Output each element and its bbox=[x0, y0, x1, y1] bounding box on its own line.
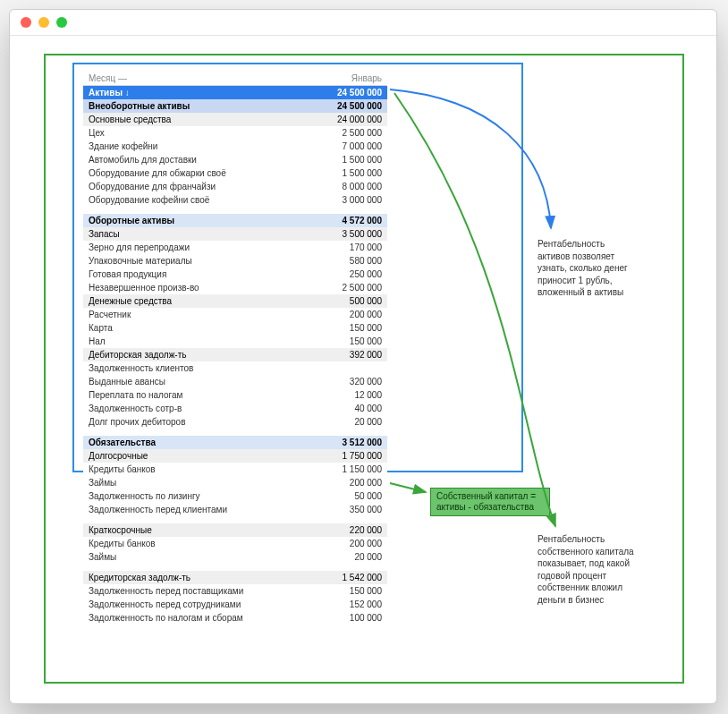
row-label: Здание кофейни bbox=[89, 141, 343, 151]
row-value: 170 000 bbox=[350, 242, 382, 252]
row-value: 1 500 000 bbox=[343, 168, 383, 178]
table-row: Кредиты банков200 000 bbox=[83, 537, 387, 550]
row-value: 152 000 bbox=[350, 599, 382, 609]
row-label: Выданные авансы bbox=[89, 377, 350, 387]
minimize-icon[interactable] bbox=[38, 17, 49, 28]
table-row: Задолженность сотр-в40 000 bbox=[83, 402, 387, 415]
table-row: Задолженность по лизингу50 000 bbox=[83, 489, 387, 503]
table-row: Зерно для перепродажи170 000 bbox=[83, 241, 387, 254]
zoom-icon[interactable] bbox=[56, 17, 67, 28]
row-label: Задолженность перед сотрудниками bbox=[89, 599, 350, 609]
row-label: Задолженность перед клиентами bbox=[89, 505, 350, 514]
row-label: Карта bbox=[89, 323, 350, 333]
table-row: Переплата по налогам12 000 bbox=[83, 388, 387, 402]
row-value: 320 000 bbox=[350, 377, 382, 387]
noncurrent-assets-row: Внеоборотные активы 24 500 000 bbox=[83, 99, 387, 113]
header-row: Месяц — Январь bbox=[83, 72, 387, 86]
table-row: Займы200 000 bbox=[83, 476, 387, 489]
long-term-row: Долгосрочные 1 750 000 bbox=[83, 449, 387, 463]
table-row: Нал150 000 bbox=[83, 335, 387, 348]
row-label: Кредиты банков bbox=[89, 539, 350, 548]
row-value: 100 000 bbox=[350, 613, 382, 623]
assets-total-row: Активы ↓ 24 500 000 bbox=[83, 86, 387, 99]
row-value: 150 000 bbox=[350, 586, 382, 596]
row-value: 12 000 bbox=[354, 390, 382, 400]
month-label: Месяц — bbox=[89, 73, 351, 83]
row-value: 580 000 bbox=[350, 256, 382, 266]
inventory-row: Запасы 3 500 000 bbox=[83, 227, 387, 241]
row-value: 50 000 bbox=[354, 491, 382, 501]
table-row: Автомобиль для доставки1 500 000 bbox=[83, 153, 387, 166]
fixed-assets-row: Основные средства 24 000 000 bbox=[83, 113, 387, 126]
table-row: Выданные авансы320 000 bbox=[83, 375, 387, 388]
row-label: Задолженность по лизингу bbox=[89, 491, 354, 501]
equity-formula-pill: Собственный капитал = активы - обязатель… bbox=[430, 488, 550, 516]
table-row: Задолженность перед клиентами350 000 bbox=[83, 503, 387, 516]
row-value: 1 150 000 bbox=[343, 464, 383, 474]
row-label: Задолженность перед поставщиками bbox=[89, 586, 350, 596]
row-label: Цех bbox=[89, 128, 343, 138]
table-row: Цех2 500 000 bbox=[83, 126, 387, 140]
table-row: Оборудование для обжарки своё1 500 000 bbox=[83, 166, 387, 180]
row-value: 250 000 bbox=[350, 269, 382, 279]
short-term-row: Краткосрочные 220 000 bbox=[83, 523, 387, 537]
cash-row: Денежные средства 500 000 bbox=[83, 294, 387, 308]
row-label: Незавершенное произв-во bbox=[89, 283, 343, 293]
row-value: 20 000 bbox=[354, 552, 382, 562]
table-row: Задолженность клиентов bbox=[83, 361, 387, 375]
row-value: 200 000 bbox=[350, 539, 382, 548]
liabilities-row: Обязательства 3 512 000 bbox=[83, 436, 387, 449]
table-row: Задолженность по налогам и сборам100 000 bbox=[83, 611, 387, 625]
table-row: Задолженность перед поставщиками150 000 bbox=[83, 584, 387, 598]
row-label: Готовая продукция bbox=[89, 269, 350, 279]
row-label: Займы bbox=[89, 478, 350, 488]
row-label: Расчетник bbox=[89, 310, 350, 319]
row-label: Долг прочих дебиторов bbox=[89, 417, 354, 427]
row-value: 3 000 000 bbox=[343, 195, 383, 205]
row-label: Нал bbox=[89, 336, 350, 346]
note-roa: Рентабельность активов позволяет узнать,… bbox=[538, 238, 636, 299]
table-row: Кредиты банков1 150 000 bbox=[83, 463, 387, 476]
table-row: Здание кофейни7 000 000 bbox=[83, 140, 387, 153]
row-value: 40 000 bbox=[354, 404, 382, 413]
note-roe: Рентабельность собственного капитала пок… bbox=[538, 533, 636, 606]
row-value: 150 000 bbox=[350, 323, 382, 333]
row-label: Оборудование для обжарки своё bbox=[89, 168, 343, 178]
row-value: 8 000 000 bbox=[343, 182, 383, 191]
table-row: Оборудование для франчайзи8 000 000 bbox=[83, 180, 387, 193]
receivables-row: Дебиторская задолж-ть 392 000 bbox=[83, 348, 387, 361]
row-value: 1 500 000 bbox=[343, 155, 383, 165]
close-icon[interactable] bbox=[21, 17, 31, 28]
app-window: Месяц — Январь Активы ↓ 24 500 000 Внеоб… bbox=[9, 9, 717, 704]
row-label: Задолженность по налогам и сборам bbox=[89, 613, 350, 623]
row-value: 7 000 000 bbox=[343, 141, 383, 151]
row-label: Задолженность клиентов bbox=[89, 363, 382, 373]
row-label: Кредиты банков bbox=[89, 464, 343, 474]
table-row: Готовая продукция250 000 bbox=[83, 268, 387, 281]
window-titlebar bbox=[10, 10, 716, 36]
row-value: 2 500 000 bbox=[343, 283, 383, 293]
table-row: Расчетник200 000 bbox=[83, 308, 387, 321]
balance-sheet: Месяц — Январь Активы ↓ 24 500 000 Внеоб… bbox=[83, 72, 387, 625]
table-row: Карта150 000 bbox=[83, 321, 387, 335]
row-value: 2 500 000 bbox=[343, 128, 383, 138]
row-value: 20 000 bbox=[354, 417, 382, 427]
row-label: Автомобиль для доставки bbox=[89, 155, 343, 165]
row-value: 200 000 bbox=[350, 310, 382, 319]
row-label: Оборудование кофейни своё bbox=[89, 195, 343, 205]
table-row: Упаковочные материалы580 000 bbox=[83, 254, 387, 268]
table-row: Долг прочих дебиторов20 000 bbox=[83, 415, 387, 429]
row-value: 150 000 bbox=[350, 336, 382, 346]
row-value: 350 000 bbox=[350, 505, 382, 514]
row-label: Упаковочные материалы bbox=[89, 256, 350, 266]
row-label: Оборудование для франчайзи bbox=[89, 182, 343, 191]
row-value: 200 000 bbox=[350, 478, 382, 488]
row-label: Займы bbox=[89, 552, 354, 562]
table-row: Незавершенное произв-во2 500 000 bbox=[83, 281, 387, 294]
window-content: Месяц — Январь Активы ↓ 24 500 000 Внеоб… bbox=[10, 36, 716, 704]
current-assets-row: Оборотные активы 4 572 000 bbox=[83, 214, 387, 227]
row-label: Зерно для перепродажи bbox=[89, 242, 350, 252]
table-row: Займы20 000 bbox=[83, 550, 387, 564]
payables-row: Кредиторская задолж-ть 1 542 000 bbox=[83, 571, 387, 584]
row-label: Задолженность сотр-в bbox=[89, 404, 354, 413]
